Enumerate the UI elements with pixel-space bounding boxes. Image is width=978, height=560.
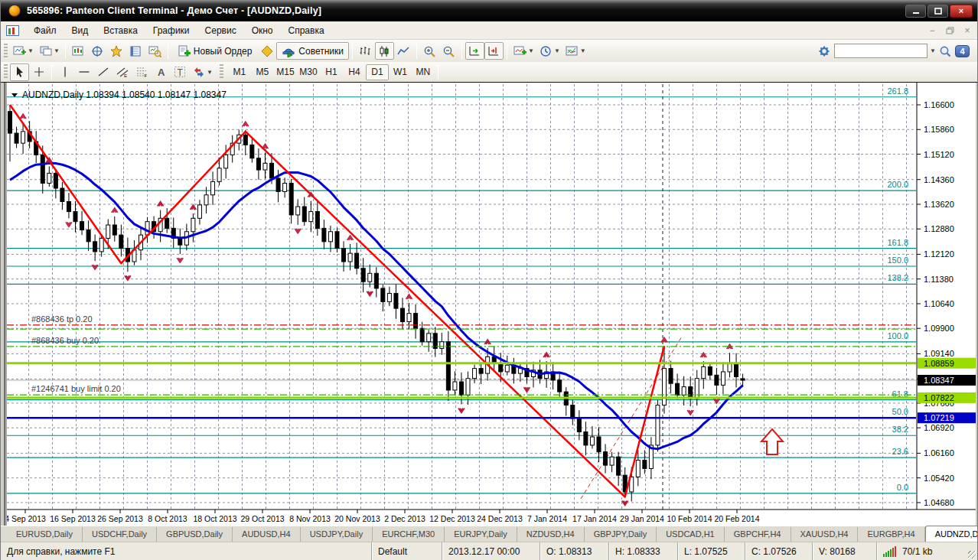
child-restore-button[interactable]: [942, 24, 957, 37]
chart-tab-USDCAD-H1[interactable]: USDCAD,H1: [657, 527, 725, 542]
timeframe-mn-button[interactable]: MN: [412, 64, 435, 80]
toolbar-indicators-button[interactable]: ▼: [510, 42, 536, 60]
chart-tab-AUDNZD-Daily-active[interactable]: AUDNZD,Daily: [925, 526, 978, 542]
menu-item-file[interactable]: Файл: [26, 23, 64, 38]
toolbar-terminal-button[interactable]: [126, 42, 145, 60]
chart-window-icon[interactable]: [6, 25, 19, 36]
chart-tab-USDCHF-Daily[interactable]: USDCHF,Daily: [83, 527, 157, 542]
line-mode-icon: [396, 45, 410, 57]
status-profile[interactable]: Default: [371, 542, 442, 560]
child-close-button[interactable]: ×: [960, 24, 975, 37]
menu-item-help[interactable]: Справка: [281, 23, 332, 38]
time-axis[interactable]: 4 Sep 201316 Sep 201326 Sep 20138 Oct 20…: [1, 510, 978, 526]
tool-trendline-button[interactable]: [93, 63, 112, 81]
timeframe-d1-button[interactable]: D1: [366, 64, 389, 80]
menu-item-charts[interactable]: Графики: [145, 23, 197, 38]
timeframe-h1-button[interactable]: H1: [320, 64, 343, 80]
restore-icon: [934, 8, 942, 15]
status-help: Для справки, нажмите F1: [1, 542, 371, 560]
svg-text:200.0: 200.0: [887, 180, 908, 189]
toolbar-zoom-in-button[interactable]: [420, 42, 439, 60]
toolbar-periods-button[interactable]: ▼: [536, 42, 562, 60]
svg-text:1.07219: 1.07219: [924, 413, 954, 422]
svg-text:1.07822: 1.07822: [924, 393, 954, 402]
toolbar-zoom-out-button[interactable]: [439, 42, 458, 60]
tool-equidistant-channel-button[interactable]: E: [112, 63, 132, 81]
resize-grip[interactable]: [967, 542, 977, 560]
toolbar-new-order-button[interactable]: Новый Ордер: [171, 42, 257, 60]
tool-horizontal-line-button[interactable]: [74, 63, 93, 81]
svg-text:1.12120: 1.12120: [924, 249, 954, 259]
tool-cursor-button[interactable]: [10, 63, 29, 81]
tool-vertical-line-button[interactable]: [55, 63, 74, 81]
chart-tab-EURJPY-Daily[interactable]: EURJPY,Daily: [445, 527, 517, 542]
toolbar-data-window-button[interactable]: [88, 42, 107, 60]
title-bar: 565896: Panteon Client Terminal - Демо С…: [1, 0, 977, 21]
status-volume: V: 80168: [812, 542, 876, 560]
arrows-icon: [191, 66, 205, 78]
toolbar-metaeditor-button[interactable]: [257, 42, 276, 60]
menu-item-insert[interactable]: Вставка: [96, 23, 145, 38]
menu-item-tools[interactable]: Сервис: [197, 23, 244, 38]
timeframe-h4-button[interactable]: H4: [343, 64, 366, 80]
search-icon[interactable]: [938, 45, 952, 57]
toolbar-auto-scroll-button[interactable]: [465, 42, 484, 60]
search-dropdown-icon[interactable]: ▼: [927, 47, 938, 54]
chart-tab-GBPCHF-H4[interactable]: GBPCHF,H4: [725, 527, 791, 542]
toolbar-strategy-tester-button[interactable]: [145, 42, 165, 60]
timeframe-m5-button[interactable]: M5: [251, 64, 274, 80]
chart-canvas[interactable]: 261.8200.0161.8150.0138.2100.061.850.038…: [1, 83, 978, 526]
docking-gear-icon[interactable]: [817, 45, 831, 57]
chart-tab-AUDUSD-H4[interactable]: AUDUSD,H4: [233, 527, 301, 542]
toolbar-navigator-button[interactable]: [107, 42, 126, 60]
toolbar-bars-mode-button[interactable]: [356, 42, 375, 60]
svg-text:2 Dec 2013: 2 Dec 2013: [384, 514, 425, 523]
timeframe-w1-button[interactable]: W1: [389, 64, 412, 80]
chart-tab-XAUUSD-H4[interactable]: XAUUSD,H4: [791, 527, 859, 542]
timeframe-m15-button[interactable]: M15: [274, 64, 297, 80]
tool-text-button[interactable]: A: [151, 63, 170, 81]
expert-advisors-label: Советники: [298, 46, 344, 57]
search-input[interactable]: [834, 44, 927, 58]
child-minimize-button[interactable]: −: [924, 24, 940, 37]
tool-crosshair-button[interactable]: [29, 63, 48, 81]
chart-tab-GBPJPY-Daily[interactable]: GBPJPY,Daily: [585, 527, 657, 542]
svg-text:8 Nov 2013: 8 Nov 2013: [289, 514, 331, 523]
menu-item-view[interactable]: Вид: [64, 23, 96, 38]
toolbar-profiles-button[interactable]: ▼: [36, 42, 62, 60]
tool-fibonacci-button[interactable]: F: [132, 63, 151, 81]
timeframe-m1-button[interactable]: M1: [228, 64, 251, 80]
svg-text:E: E: [124, 73, 127, 78]
chart-tab-GBPUSD-Daily[interactable]: GBPUSD,Daily: [157, 527, 233, 542]
toolbar-templates-button[interactable]: ▼: [562, 42, 588, 60]
chart-tab-EURUSD-Daily[interactable]: EURUSD,Daily: [7, 527, 83, 542]
svg-text:29 Jan 2014: 29 Jan 2014: [620, 514, 664, 523]
bars-mode-icon: [358, 45, 372, 57]
strategy-tester-icon: [148, 45, 161, 57]
minimize-button[interactable]: [905, 5, 926, 18]
menu-bar: ФайлВидВставкаГрафикиСервисОкноСправка −…: [1, 21, 977, 40]
chart-tab-EURGBP-H4[interactable]: EURGBP,H4: [858, 527, 924, 542]
timeframe-m30-button[interactable]: M30: [297, 64, 320, 80]
tool-arrows-button[interactable]: ▼: [189, 63, 215, 81]
chart-tab-EURCHF-M30[interactable]: EURCHF,M30: [373, 527, 445, 542]
symbol-label[interactable]: AUDNZD,Daily 1.08394 1.08540 1.08147 1.0…: [11, 90, 227, 100]
notification-badge[interactable]: 4: [955, 45, 970, 57]
close-button[interactable]: ×: [950, 5, 973, 18]
toolbar-market-watch-button[interactable]: [69, 42, 88, 60]
toolbar-line-mode-button[interactable]: [394, 42, 413, 60]
toolbar-expert-advisors-button[interactable]: Советники: [276, 42, 349, 60]
window-title: 565896: Panteon Client Terminal - Демо С…: [27, 5, 905, 16]
toolbar-candles-mode-button[interactable]: [375, 42, 394, 60]
tool-text-label-button[interactable]: T: [170, 63, 189, 81]
svg-text:1.15860: 1.15860: [924, 125, 954, 134]
chart-tab-NZDUSD-H4[interactable]: NZDUSD,H4: [517, 527, 585, 542]
toolbar-new-chart-button[interactable]: ▼: [10, 42, 36, 60]
toolbar-chart-shift-button[interactable]: [484, 42, 504, 60]
chart-tab-USDJPY-Daily[interactable]: USDJPY,Daily: [301, 527, 373, 542]
svg-text:26 Sep 2013: 26 Sep 2013: [97, 514, 143, 523]
maximize-button[interactable]: [927, 5, 948, 18]
price-axis[interactable]: 1.166001.158601.151201.143601.136201.128…: [916, 83, 978, 510]
menu-item-window[interactable]: Окно: [244, 23, 281, 38]
svg-text:1.14360: 1.14360: [924, 175, 954, 184]
